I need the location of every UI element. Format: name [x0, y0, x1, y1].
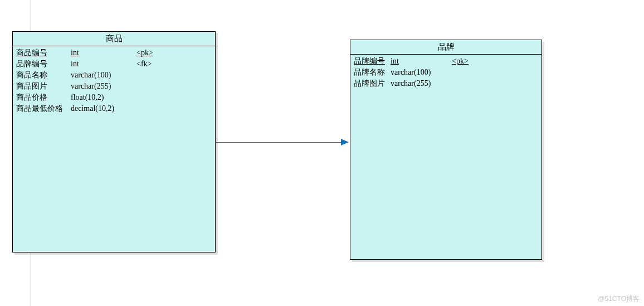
table-row: 商品图片 varchar(255) — [16, 81, 212, 92]
column-type: varchar(255) — [391, 78, 452, 89]
entity-product[interactable]: 商品 商品编号 int <pk> 品牌编号 int <fk> 商品名称 varc… — [12, 31, 216, 252]
column-name: 品牌编号 — [354, 56, 391, 67]
table-row: 商品名称 varchar(100) — [16, 70, 212, 81]
column-key: <pk> — [136, 47, 159, 59]
column-type: float(10,2) — [71, 92, 136, 103]
column-type: int — [71, 47, 136, 59]
entity-body: 品牌编号 int <pk> 品牌名称 varchar(100) 品牌图片 var… — [350, 55, 541, 90]
column-name: 商品价格 — [16, 92, 71, 103]
table-row: 商品编号 int <pk> — [16, 47, 212, 59]
table-row: 品牌图片 varchar(255) — [354, 78, 538, 89]
column-type: varchar(255) — [71, 81, 136, 92]
column-key: <fk> — [136, 59, 159, 70]
relationship-arrow-head-icon — [341, 139, 349, 145]
column-name: 品牌名称 — [354, 67, 391, 78]
entity-title: 商品 — [13, 32, 215, 46]
column-type: int — [71, 59, 136, 70]
column-name: 商品图片 — [16, 81, 71, 92]
column-key: <pk> — [452, 56, 474, 67]
column-name: 商品名称 — [16, 70, 71, 81]
column-name: 品牌图片 — [354, 78, 391, 89]
entity-brand[interactable]: 品牌 品牌编号 int <pk> 品牌名称 varchar(100) 品牌图片 … — [350, 40, 542, 260]
column-key — [136, 103, 159, 114]
column-key — [136, 81, 159, 92]
column-type: varchar(100) — [71, 70, 136, 81]
table-row: 商品最低价格 decimal(10,2) — [16, 103, 212, 114]
table-row: 品牌编号 int <pk> — [354, 56, 538, 67]
column-name: 品牌编号 — [16, 59, 71, 70]
table-row: 商品价格 float(10,2) — [16, 92, 212, 103]
relationship-arrow-line — [216, 142, 341, 143]
column-type: varchar(100) — [391, 67, 452, 78]
column-name: 商品最低价格 — [16, 103, 71, 114]
column-key — [452, 78, 474, 89]
column-key — [136, 92, 159, 103]
column-key — [136, 70, 159, 81]
watermark: @51CTO博客 — [598, 294, 640, 304]
table-row: 品牌名称 varchar(100) — [354, 67, 538, 78]
column-name: 商品编号 — [16, 47, 71, 59]
entity-body: 商品编号 int <pk> 品牌编号 int <fk> 商品名称 varchar… — [13, 46, 215, 115]
column-type: int — [391, 56, 452, 67]
column-key — [452, 67, 474, 78]
column-type: decimal(10,2) — [71, 103, 136, 114]
table-row: 品牌编号 int <fk> — [16, 59, 212, 70]
diagram-canvas: 商品 商品编号 int <pk> 品牌编号 int <fk> 商品名称 varc… — [0, 0, 644, 306]
entity-title: 品牌 — [350, 40, 541, 55]
